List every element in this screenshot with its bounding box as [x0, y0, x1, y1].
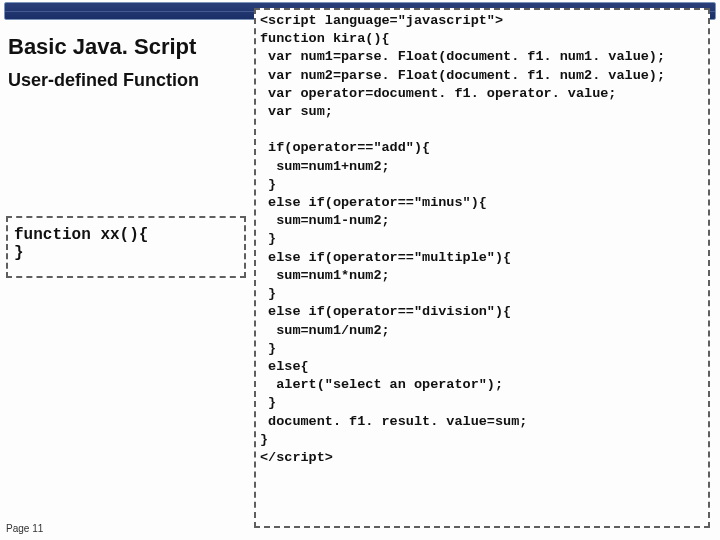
page-number: Page 11 [6, 523, 43, 534]
slide: Basic Java. Script User-defined Function… [0, 0, 720, 540]
slide-title: Basic Java. Script [8, 34, 242, 60]
function-placeholder-box: function xx(){ } [6, 216, 246, 278]
slide-subtitle: User-defined Function [8, 70, 242, 91]
left-column: Basic Java. Script User-defined Function… [8, 28, 242, 508]
code-block-top: <script language="javascript"> function … [260, 12, 706, 121]
code-box: <script language="javascript"> function … [254, 8, 710, 528]
code-block-bottom: if(operator=="add"){ sum=num1+num2; } el… [260, 139, 706, 467]
